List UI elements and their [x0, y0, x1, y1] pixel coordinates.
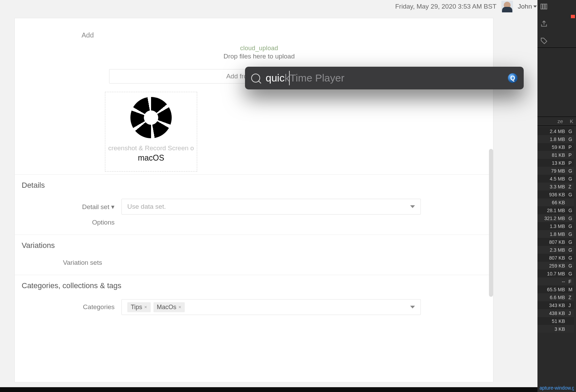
finder-row[interactable]: 28.1 MBG — [537, 206, 574, 214]
finder-row[interactable]: 1.8 MBG — [537, 135, 574, 143]
file-kind: G — [568, 129, 574, 134]
file-size: 6.6 MB — [543, 295, 565, 300]
finder-file-list[interactable]: 2.4 MBG1.8 MBG59 KBP81 KBP13 KBP79 MBG4.… — [537, 126, 576, 334]
chevron-down-icon — [533, 6, 537, 8]
taxonomy-title: Categories, collections & tags — [22, 281, 493, 290]
category-tag[interactable]: Tips× — [127, 302, 151, 312]
file-kind: G — [568, 216, 574, 221]
close-icon[interactable]: × — [144, 304, 147, 310]
app-header: Friday, May 29, 2020 3:53 AM BST John — [0, 0, 543, 13]
finder-selected-filename: apture-window.gif — [540, 385, 574, 391]
finder-row[interactable]: 3 KB — [537, 325, 574, 333]
categories-select[interactable]: Tips×MacOs× — [121, 299, 421, 315]
file-size: 81 KB — [543, 152, 565, 158]
add-media-block: Add cloud_upload Drop files here to uplo… — [15, 18, 493, 174]
finder-row[interactable]: 807 KBG — [537, 238, 574, 246]
finder-row[interactable]: 81 KBP — [537, 151, 574, 159]
finder-column-headers[interactable]: ze K — [537, 117, 576, 126]
thumbnail-caption-1: creenshot & Record Screen o — [105, 144, 197, 152]
options-label: Options — [63, 219, 121, 226]
spotlight-search[interactable]: quickTime Player — [245, 67, 524, 89]
admin-app-window: Friday, May 29, 2020 3:53 AM BST John Ad… — [0, 0, 543, 392]
finder-row[interactable]: 2.4 MBG — [537, 127, 574, 135]
finder-row[interactable]: 438 KBJ — [537, 309, 574, 317]
file-kind: J — [568, 311, 574, 316]
variations-title: Variations — [22, 241, 493, 250]
user-menu[interactable]: John — [518, 3, 537, 10]
finder-row[interactable]: 2.3 MBG — [537, 246, 574, 254]
file-kind: P — [568, 152, 574, 158]
search-icon — [251, 74, 260, 83]
file-size: 1.8 MB — [543, 137, 565, 142]
color-label-icon[interactable] — [570, 14, 575, 19]
file-size: 10.7 MB — [543, 271, 565, 276]
file-size: -- — [543, 279, 565, 284]
tag-icon[interactable] — [540, 37, 548, 45]
finder-row[interactable]: 6.6 MBZ — [537, 293, 574, 301]
finder-row[interactable]: 79 MBG — [537, 167, 574, 175]
file-size: 1.3 MB — [543, 224, 565, 229]
finder-row[interactable]: 10.7 MBG — [537, 270, 574, 277]
categories-tags: Tips×MacOs× — [127, 302, 188, 312]
file-kind: Z — [568, 295, 574, 300]
category-tag[interactable]: MacOs× — [153, 302, 185, 312]
detail-set-select[interactable]: Use data set. — [121, 199, 421, 215]
file-kind: G — [568, 247, 574, 253]
add-label: Add — [80, 31, 438, 39]
avatar[interactable] — [501, 1, 513, 12]
svg-rect-1 — [543, 4, 545, 9]
file-size: 66 KB — [543, 200, 565, 205]
scrollbar[interactable] — [489, 149, 493, 297]
finder-row[interactable]: 1.8 MBG — [537, 230, 574, 238]
file-size: 1.8 MB — [543, 231, 565, 237]
finder-row[interactable]: --F — [537, 277, 574, 285]
columns-icon[interactable] — [540, 3, 548, 10]
file-kind: G — [568, 168, 574, 174]
categories-row: Categories Tips×MacOs× — [22, 297, 493, 317]
upload-dropzone[interactable]: cloud_upload Drop files here to upload — [80, 44, 438, 69]
finder-row[interactable]: 321.2 MBG — [537, 214, 574, 222]
details-section: Details Detail set ▾ Use data set. Optio… — [15, 174, 493, 235]
file-size: 936 KB — [543, 192, 565, 197]
finder-row[interactable]: 259 KBG — [537, 262, 574, 270]
finder-row[interactable]: 1.3 MBG — [537, 222, 574, 230]
finder-row[interactable]: 343 KBJ — [537, 301, 574, 309]
finder-panel: ze K 2.4 MBG1.8 MBG59 KBP81 KBP13 KBP79 … — [537, 0, 576, 392]
column-size[interactable]: ze — [557, 118, 563, 124]
chevron-down-icon: ▾ — [111, 203, 115, 210]
file-size: 28.1 MB — [543, 208, 565, 213]
file-size: 807 KB — [543, 239, 565, 245]
file-size: 3 KB — [543, 326, 565, 332]
options-row: Options — [22, 217, 493, 228]
finder-row[interactable]: 3.3 MBZ — [537, 183, 574, 190]
detail-set-label[interactable]: Detail set ▾ — [63, 203, 121, 211]
file-size: 2.3 MB — [543, 247, 565, 253]
file-size: 3.3 MB — [543, 184, 565, 189]
finder-row[interactable]: 13 KBP — [537, 159, 574, 167]
finder-row[interactable]: 51 KB — [537, 317, 574, 325]
finder-row[interactable]: 59 KBP — [537, 143, 574, 151]
close-icon[interactable]: × — [179, 304, 181, 310]
text-caret — [289, 71, 290, 85]
finder-row[interactable]: 66 KB — [537, 198, 574, 206]
file-kind: G — [568, 255, 574, 261]
column-kind[interactable]: K — [570, 118, 573, 124]
share-icon[interactable] — [540, 20, 548, 28]
file-kind: M — [568, 287, 574, 292]
quicktime-icon[interactable] — [508, 73, 518, 83]
finder-row[interactable]: 807 KBG — [537, 254, 574, 262]
file-size: 79 MB — [543, 168, 565, 174]
finder-row[interactable]: 65.5 MBM — [537, 285, 574, 293]
file-size: 343 KB — [543, 303, 565, 308]
thumbnail-caption-2: macOS — [105, 153, 197, 163]
aperture-icon — [130, 97, 172, 138]
finder-row[interactable]: 936 KBG — [537, 190, 574, 198]
upload-message: Drop files here to upload — [80, 53, 438, 60]
finder-toolbar — [537, 0, 576, 48]
spotlight-suggestion: kTime Player — [285, 72, 344, 84]
file-kind: G — [568, 137, 574, 142]
svg-rect-2 — [545, 4, 547, 9]
media-thumbnail-tile[interactable]: creenshot & Record Screen o macOS — [105, 92, 197, 172]
finder-row[interactable]: 4.5 MBG — [537, 175, 574, 183]
file-kind: G — [568, 192, 574, 197]
